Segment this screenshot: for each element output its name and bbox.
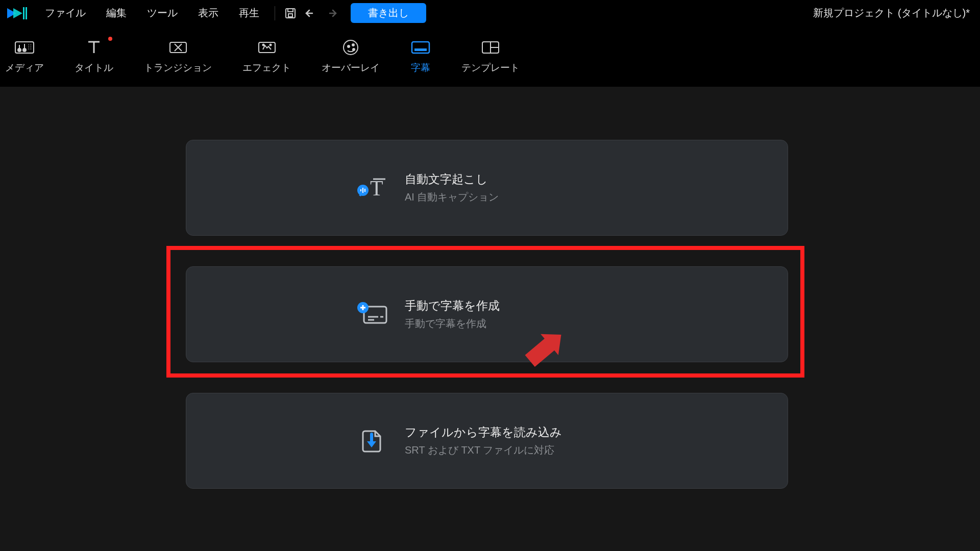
template-icon bbox=[480, 39, 501, 56]
svg-point-16 bbox=[353, 48, 355, 51]
tab-subtitle[interactable]: 字幕 bbox=[408, 36, 433, 78]
card-title: ファイルから字幕を読み込み bbox=[405, 424, 562, 440]
card-subtitle: 手動で字幕を作成 bbox=[405, 317, 500, 331]
svg-point-13 bbox=[344, 40, 358, 55]
svg-point-11 bbox=[262, 44, 264, 45]
main-panel: T 自動文字起こし AI 自動キャプション bbox=[0, 87, 980, 551]
card-manual-subtitle[interactable]: 手動で字幕を作成 手動で字幕を作成 bbox=[186, 266, 788, 362]
card-import-subtitle[interactable]: ファイルから字幕を読み込み SRT および TXT ファイルに対応 bbox=[186, 393, 788, 489]
tab-transition[interactable]: トランジション bbox=[142, 36, 214, 78]
badge-dot-icon bbox=[108, 37, 112, 41]
tab-overlay[interactable]: オーバーレイ bbox=[320, 36, 382, 78]
menu-view[interactable]: 表示 bbox=[188, 6, 229, 20]
app-logo bbox=[6, 5, 28, 21]
svg-rect-27 bbox=[364, 189, 365, 192]
svg-point-15 bbox=[352, 44, 354, 46]
svg-text:T: T bbox=[370, 177, 383, 200]
menubar: ファイル 編集 ツール 表示 再生 書き出し 新規プロジェクト (タイトルなし)… bbox=[0, 0, 980, 27]
card-auto-transcribe[interactable]: T 自動文字起こし AI 自動キャプション bbox=[186, 140, 788, 236]
export-button[interactable]: 書き出し bbox=[351, 3, 426, 23]
save-icon[interactable] bbox=[280, 3, 301, 23]
tab-label: オーバーレイ bbox=[322, 61, 380, 74]
svg-marker-36 bbox=[367, 441, 376, 447]
svg-point-12 bbox=[270, 44, 271, 45]
tab-label: トランジション bbox=[144, 61, 212, 74]
tab-effect[interactable]: エフェクト bbox=[240, 36, 293, 78]
svg-rect-26 bbox=[362, 188, 363, 193]
undo-icon[interactable] bbox=[301, 3, 321, 23]
manual-subtitle-icon bbox=[356, 302, 389, 327]
menu-tools[interactable]: ツール bbox=[137, 6, 188, 20]
auto-transcribe-icon: T bbox=[356, 175, 389, 201]
transition-icon bbox=[168, 39, 188, 56]
menu-separator bbox=[275, 6, 275, 20]
svg-rect-18 bbox=[414, 48, 427, 51]
tab-label: エフェクト bbox=[242, 61, 291, 74]
title-icon bbox=[84, 39, 104, 56]
svg-marker-1 bbox=[13, 8, 22, 18]
menu-edit[interactable]: 編集 bbox=[96, 6, 137, 20]
card-subtitle: SRT および TXT ファイルに対応 bbox=[405, 443, 562, 457]
tool-tabs: メディア タイトル トランジション エフェクト オーバーレイ 字幕 bbox=[0, 27, 980, 87]
tab-template[interactable]: テンプレート bbox=[459, 36, 522, 78]
card-title: 手動で字幕を作成 bbox=[405, 298, 500, 314]
media-icon bbox=[14, 39, 35, 56]
svg-rect-5 bbox=[288, 14, 292, 17]
tab-title[interactable]: タイトル bbox=[72, 36, 115, 78]
menu-play[interactable]: 再生 bbox=[229, 6, 270, 20]
card-subtitle: AI 自動キャプション bbox=[405, 190, 499, 204]
tab-media[interactable]: メディア bbox=[3, 36, 46, 78]
svg-rect-2 bbox=[23, 7, 24, 19]
svg-rect-17 bbox=[412, 42, 429, 53]
effect-icon bbox=[257, 39, 277, 56]
tab-label: テンプレート bbox=[461, 61, 520, 74]
tab-label: タイトル bbox=[75, 61, 113, 74]
redo-icon[interactable] bbox=[321, 3, 341, 23]
project-title: 新規プロジェクト (タイトルなし)* bbox=[813, 6, 974, 20]
overlay-icon bbox=[340, 39, 361, 56]
import-subtitle-icon bbox=[356, 428, 389, 454]
tab-label: メディア bbox=[5, 61, 44, 74]
subtitle-icon bbox=[410, 39, 431, 56]
menu-file[interactable]: ファイル bbox=[35, 6, 96, 20]
svg-rect-3 bbox=[26, 7, 27, 19]
svg-rect-25 bbox=[360, 189, 361, 191]
svg-point-14 bbox=[348, 45, 350, 47]
card-title: 自動文字起こし bbox=[405, 171, 499, 187]
tab-label: 字幕 bbox=[411, 61, 430, 74]
